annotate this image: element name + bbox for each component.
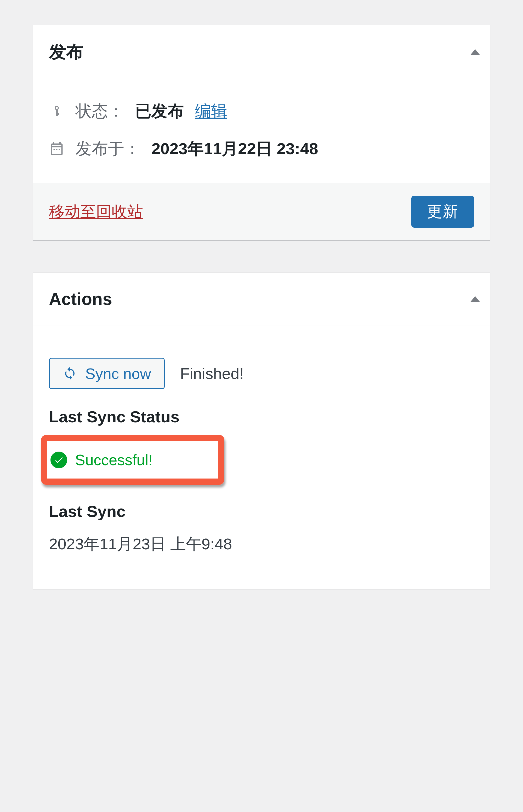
delete-action: 移动至回收站 xyxy=(49,201,143,222)
collapse-up-icon xyxy=(470,49,480,55)
publish-metabox-title: 发布 xyxy=(49,40,84,64)
publishing-action: 更新 xyxy=(411,196,474,228)
publish-date-row: 发布于： 2023年11月22日 23:48 xyxy=(49,130,474,168)
publish-minor-section: 状态： 已发布 编辑 发布于： 2023年11月22日 23:48 xyxy=(33,79,490,183)
key-icon xyxy=(49,102,65,120)
actions-metabox-body: Sync now Finished! Last Sync Status Succ… xyxy=(33,325,490,589)
calendar-icon xyxy=(49,140,65,157)
sync-finished-label: Finished! xyxy=(180,364,244,383)
sync-icon xyxy=(63,366,77,380)
status-value: 已发布 xyxy=(135,100,184,122)
last-sync-status-heading: Last Sync Status xyxy=(49,408,474,426)
publish-metabox: 发布 状态： 已发布 编辑 发布于： 2023年11月22日 23:48 移动至… xyxy=(33,25,490,241)
sync-status-highlight: Successful! xyxy=(41,435,224,485)
publish-status-row: 状态： 已发布 编辑 xyxy=(49,92,474,130)
actions-metabox-title: Actions xyxy=(49,289,112,309)
published-on-label: 发布于： xyxy=(76,138,140,160)
sync-now-button[interactable]: Sync now xyxy=(49,358,165,389)
published-on-value: 2023年11月22日 23:48 xyxy=(151,138,318,160)
actions-metabox-header[interactable]: Actions xyxy=(33,273,490,325)
move-to-trash-link[interactable]: 移动至回收站 xyxy=(49,203,143,220)
sync-row: Sync now Finished! xyxy=(49,358,474,389)
publish-metabox-header[interactable]: 发布 xyxy=(33,25,490,79)
edit-status-link[interactable]: 编辑 xyxy=(195,100,227,122)
sync-status-value: Successful! xyxy=(75,451,153,469)
update-button[interactable]: 更新 xyxy=(411,196,474,228)
collapse-up-icon xyxy=(470,296,480,302)
actions-metabox: Actions Sync now Finished! Last Sync Sta… xyxy=(33,272,490,589)
publish-major-actions: 移动至回收站 更新 xyxy=(33,183,490,240)
last-sync-value: 2023年11月23日 上午9:48 xyxy=(49,534,474,555)
status-label: 状态： xyxy=(76,100,124,122)
sync-now-label: Sync now xyxy=(85,365,151,382)
check-circle-icon xyxy=(51,452,67,468)
last-sync-heading: Last Sync xyxy=(49,502,474,521)
